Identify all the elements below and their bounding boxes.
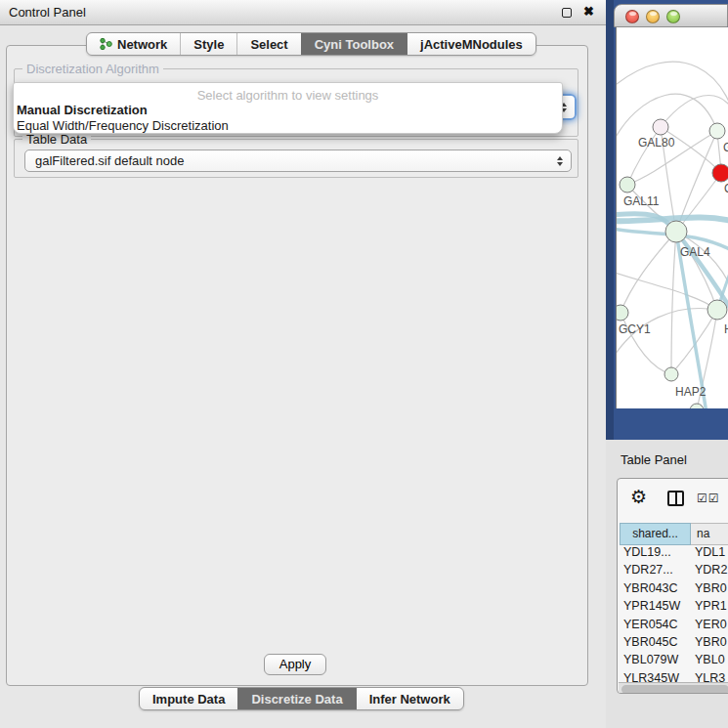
tab-jactivemnodules[interactable]: jActiveMNodules (407, 33, 535, 55)
tab-style[interactable]: Style (180, 33, 236, 55)
close-traffic-light-icon[interactable] (625, 10, 639, 23)
network-node-label: GAL11 (623, 194, 660, 208)
network-icon (100, 37, 112, 51)
network-node-label: GCY1 (619, 322, 651, 336)
combo-stepper-icon (557, 156, 563, 166)
dropdown-option[interactable]: Manual Discretization (17, 103, 148, 117)
network-edge[interactable] (621, 232, 676, 313)
select-columns-checkboxes-icon[interactable]: ☑☑ (697, 492, 720, 505)
node-table: ⚙ ☑☑ shared... na YDL19...YDL1YDR27...YD… (617, 478, 728, 694)
table-data-group: Table Data galFiltered.sif default node (14, 139, 578, 178)
float-window-icon[interactable] (562, 8, 572, 18)
table-column-header[interactable]: shared... (620, 523, 691, 545)
table-row[interactable]: YPR145WYPR1 (618, 599, 728, 617)
network-node[interactable] (664, 367, 678, 381)
tab-select[interactable]: Select (236, 33, 300, 55)
network-node[interactable] (620, 177, 635, 193)
tab-impute-data[interactable]: Impute Data (140, 688, 237, 709)
network-node-label: C (724, 182, 728, 195)
scrollbar-thumb[interactable] (621, 685, 728, 694)
tab-network[interactable]: Network (87, 33, 180, 55)
table-panel-title: Table Panel (621, 452, 687, 467)
network-node-label: H (724, 322, 728, 336)
table-data-label: Table Data (22, 132, 91, 147)
table-column-header[interactable]: na (691, 523, 728, 545)
cyni-bottom-tabs: Impute DataDiscretize DataInfer Network (139, 687, 464, 710)
discretization-algorithm-label: Discretization Algorithm (22, 62, 163, 76)
table-row[interactable]: YDL19...YDL1 (618, 545, 728, 563)
minimize-traffic-light-icon[interactable] (646, 10, 660, 23)
network-node[interactable] (707, 300, 727, 320)
network-edge[interactable] (671, 232, 676, 374)
tab-infer-network[interactable]: Infer Network (356, 688, 463, 709)
network-node[interactable] (690, 404, 704, 408)
network-node-label: GAL80 (638, 136, 675, 150)
network-graph[interactable]: GAL80GCGAL11GAL4GCY1HHAP2 (617, 27, 728, 408)
network-node-label: HAP2 (675, 385, 707, 399)
table-horizontal-scrollbar[interactable] (619, 682, 728, 694)
table-row[interactable]: YDR27...YDR2 (618, 563, 728, 580)
algorithm-dropdown-popup: Select algorithm to view settings Manual… (13, 82, 563, 134)
table-panel: Table Panel ⚙ ☑☑ shared... na YDL19...YD… (606, 440, 728, 728)
control-panel-titlebar: Control Panel ✖ (0, 0, 606, 25)
network-window-titlebar[interactable] (614, 4, 728, 27)
network-view-canvas[interactable]: GAL80GCGAL11GAL4GCY1HHAP2 (616, 27, 728, 408)
zoom-traffic-light-icon[interactable] (666, 10, 680, 23)
table-row[interactable]: YBL079WYBL0 (618, 653, 728, 670)
close-icon[interactable]: ✖ (583, 4, 594, 19)
control-panel-title: Control Panel (9, 5, 86, 20)
tab-discretize-data[interactable]: Discretize Data (237, 688, 355, 709)
gear-icon[interactable]: ⚙ (630, 486, 647, 508)
network-node-label: G (723, 141, 728, 154)
dropdown-option[interactable]: Equal Width/Frequency Discretization (17, 118, 229, 133)
network-node[interactable] (653, 119, 668, 135)
columns-icon[interactable] (667, 491, 684, 506)
network-node[interactable] (665, 221, 687, 242)
table-data-combobox[interactable]: galFiltered.sif default node (24, 150, 572, 172)
network-node[interactable] (712, 164, 728, 182)
tab-cyni-toolbox[interactable]: Cyni Toolbox (301, 33, 407, 55)
control-panel-tabs: NetworkStyleSelectCyni ToolboxjActiveMNo… (86, 32, 536, 56)
algorithm-placeholder: Select algorithm to view settings (14, 88, 562, 103)
network-node[interactable] (617, 305, 628, 321)
table-row[interactable]: YER054CYER0 (618, 618, 728, 635)
apply-button[interactable]: Apply (264, 654, 326, 675)
network-node-label: GAL4 (680, 245, 710, 259)
network-edge[interactable] (661, 96, 728, 128)
network-node[interactable] (709, 123, 725, 139)
table-row[interactable]: YBR043CYBR0 (618, 581, 728, 599)
table-row[interactable]: YBR045CYBR0 (618, 635, 728, 653)
